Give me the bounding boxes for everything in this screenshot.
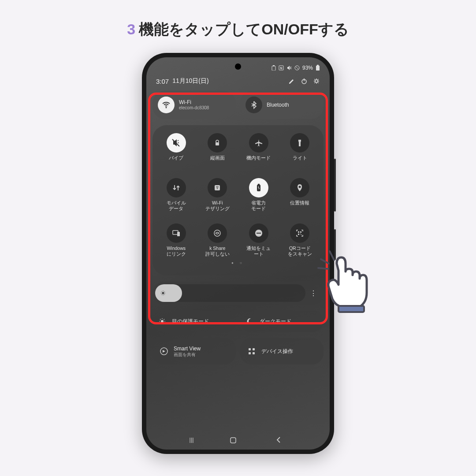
mute-tile[interactable]: 通知をミュ ート xyxy=(239,223,278,257)
battery-card-icon xyxy=(271,65,276,71)
svg-line-40 xyxy=(321,259,329,264)
svg-rect-1 xyxy=(273,65,275,66)
svg-point-18 xyxy=(217,188,218,189)
smartview-sub: 画面を共有 xyxy=(174,352,201,357)
svg-point-21 xyxy=(299,186,301,188)
svg-text:N: N xyxy=(280,67,282,70)
quickshare-label: k Share 許可しない xyxy=(205,245,230,257)
brightness-slider[interactable] xyxy=(155,284,305,302)
svg-line-41 xyxy=(318,268,328,269)
cast-icon xyxy=(159,346,169,357)
flashlight-tile[interactable]: ライト xyxy=(281,133,320,166)
date-label: 11月10日(日) xyxy=(172,77,284,85)
svg-point-13 xyxy=(166,107,167,108)
mute-icon xyxy=(286,65,292,71)
tap-hand-icon xyxy=(312,244,374,315)
device-control-tile[interactable]: デバイス操作 xyxy=(240,338,324,364)
svg-rect-9 xyxy=(317,65,319,66)
svg-rect-27 xyxy=(298,231,299,233)
wifi-label: Wi-Fi xyxy=(179,99,209,105)
mobiledata-tile[interactable]: モバイル データ xyxy=(157,178,196,211)
wifi-tile[interactable]: Wi-Fi elecom-dc8308 xyxy=(152,91,236,119)
panel-header: 3:07 11月10日(日) xyxy=(146,74,330,88)
vibrate-label: バイブ xyxy=(169,155,183,166)
airplane-icon xyxy=(249,133,268,152)
vibrate-icon xyxy=(167,133,186,152)
svg-rect-35 xyxy=(249,348,251,350)
svg-line-42 xyxy=(330,251,334,260)
svg-point-12 xyxy=(315,80,318,82)
svg-rect-16 xyxy=(298,140,301,141)
sun-icon xyxy=(159,318,167,325)
smartview-tile[interactable]: Smart View 画面を共有 xyxy=(152,338,236,364)
wifi-network: elecom-dc8308 xyxy=(179,105,209,111)
moon-icon xyxy=(246,318,255,325)
quickshare-tile[interactable]: k Share 許可しない xyxy=(198,223,237,257)
svg-point-32 xyxy=(162,292,164,294)
svg-rect-23 xyxy=(177,232,180,236)
svg-line-7 xyxy=(295,67,298,70)
svg-rect-30 xyxy=(300,234,301,234)
step-number: 3 xyxy=(127,21,135,37)
device-control-label: デバイス操作 xyxy=(261,348,293,354)
settings-icon[interactable] xyxy=(312,77,321,86)
dnd-icon xyxy=(249,223,268,243)
eye-comfort-toggle[interactable]: 目の保護モード xyxy=(152,311,236,332)
svg-rect-43 xyxy=(338,306,364,312)
page-indicator: ● ○ xyxy=(157,261,319,265)
battery-icon xyxy=(316,65,320,71)
smartview-label: Smart View xyxy=(174,346,201,352)
svg-rect-0 xyxy=(272,66,275,71)
flashlight-icon xyxy=(290,133,309,152)
tethering-icon xyxy=(208,178,227,197)
edit-icon[interactable] xyxy=(287,77,296,86)
airplane-label: 機内モード xyxy=(246,155,271,166)
back-button[interactable] xyxy=(275,436,293,444)
location-tile[interactable]: 位置情報 xyxy=(281,178,320,211)
rotation-label: 縦画面 xyxy=(210,155,225,166)
tethering-tile[interactable]: Wi-Fi テザリング xyxy=(198,178,237,211)
windowslink-tile[interactable]: Windows にリンク xyxy=(157,223,196,257)
power-icon[interactable] xyxy=(300,77,309,86)
brightness-panel: ⋮ xyxy=(152,282,324,305)
powersave-label: 省電力 モード xyxy=(251,200,266,211)
rotation-tile[interactable]: 縦画面 xyxy=(198,133,237,166)
qrscan-label: QRコード をスキャン xyxy=(288,245,312,257)
svg-rect-29 xyxy=(298,234,299,235)
bluetooth-label: Bluetooth xyxy=(267,102,289,108)
bluetooth-tile[interactable]: Bluetooth xyxy=(240,91,324,119)
dark-mode-label: ダークモード xyxy=(260,318,291,325)
volume-button[interactable] xyxy=(334,159,336,212)
location-label: 位置情報 xyxy=(290,200,309,211)
svg-point-33 xyxy=(161,320,164,323)
mobiledata-icon xyxy=(167,178,186,197)
lock-rotation-icon xyxy=(208,133,227,152)
navigation-bar: ||| xyxy=(146,436,330,444)
flashlight-label: ライト xyxy=(293,155,307,166)
airplane-tile[interactable]: 機内モード xyxy=(239,133,278,166)
svg-rect-39 xyxy=(231,438,236,443)
brightness-icon xyxy=(160,290,167,297)
powersave-icon xyxy=(249,178,268,197)
nfc-icon: N xyxy=(279,65,284,71)
vibrate-tile[interactable]: バイブ xyxy=(157,133,196,166)
svg-rect-15 xyxy=(216,142,219,145)
clock-time: 3:07 xyxy=(156,78,169,85)
battery-percent: 93% xyxy=(302,65,313,71)
qrscan-icon xyxy=(290,223,309,243)
phone-frame: N 93% 3:07 11月10日(日) xyxy=(142,53,334,454)
windowslink-label: Windows にリンク xyxy=(167,245,186,257)
home-button[interactable] xyxy=(229,436,247,444)
svg-rect-37 xyxy=(249,352,251,354)
step-text: 機能をタップしてON/OFFする xyxy=(139,21,349,37)
recent-apps-button[interactable]: ||| xyxy=(183,436,201,444)
eye-comfort-label: 目の保護モード xyxy=(172,318,209,325)
dark-mode-toggle[interactable]: ダークモード xyxy=(240,311,324,332)
phone-screen: N 93% 3:07 11月10日(日) xyxy=(146,57,330,450)
mute-label: 通知をミュ ート xyxy=(246,245,271,257)
windowslink-icon xyxy=(167,223,186,243)
powersave-tile[interactable]: 省電力 モード xyxy=(239,178,278,211)
dnd-status-icon xyxy=(294,65,300,71)
location-icon xyxy=(290,178,309,197)
svg-rect-31 xyxy=(301,234,302,235)
